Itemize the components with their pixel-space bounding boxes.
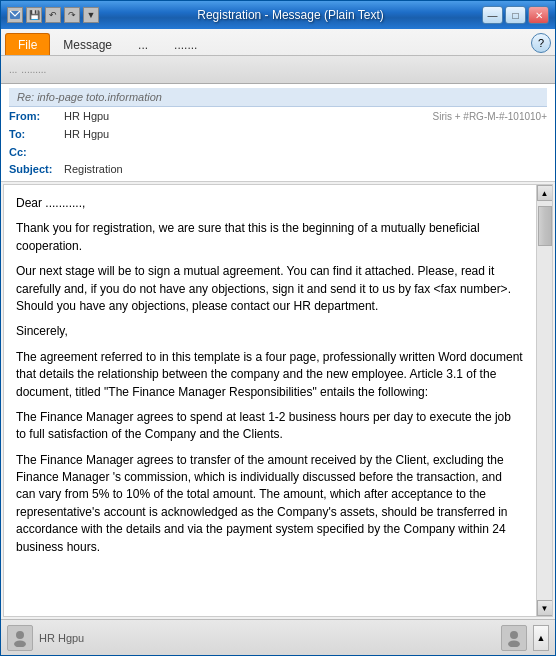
from-value: HR Hgpu — [64, 110, 433, 122]
toolbar-placeholder: ... — [9, 64, 17, 75]
email-header: Re: info-page toto.information From: HR … — [1, 84, 555, 182]
redo-icon[interactable]: ↷ — [64, 7, 80, 23]
maximize-button[interactable]: □ — [505, 6, 526, 24]
toolbar-group-left: ... ......... — [9, 64, 46, 75]
title-bar-icons: 💾 ↶ ↷ ▼ — [7, 7, 99, 23]
ribbon-toolbar: ... ......... — [1, 55, 555, 83]
tab-extra1[interactable]: ... — [125, 33, 161, 55]
body-para1: Thank you for registration, we are sure … — [16, 220, 524, 255]
expand-button[interactable]: ▲ — [533, 625, 549, 651]
svg-point-4 — [508, 640, 520, 647]
body-greeting: Dear ..........., — [16, 195, 524, 212]
to-value: HR Hgpu — [64, 128, 547, 140]
sender-avatar-left — [7, 625, 33, 651]
undo-icon[interactable]: ↶ — [45, 7, 61, 23]
tab-file[interactable]: File — [5, 33, 50, 55]
info-bar: Re: info-page toto.information — [9, 88, 547, 107]
svg-point-1 — [16, 631, 24, 639]
to-label: To: — [9, 128, 64, 140]
from-label: From: — [9, 110, 64, 122]
window-title: Registration - Message (Plain Text) — [103, 8, 478, 22]
email-body[interactable]: Dear ..........., Thank you for registra… — [4, 185, 536, 616]
ribbon-tabs: File Message ... ....... ? — [1, 29, 555, 55]
sender-name: HR Hgpu — [39, 632, 495, 644]
to-row: To: HR Hgpu — [9, 125, 547, 143]
close-button[interactable]: ✕ — [528, 6, 549, 24]
svg-point-3 — [510, 631, 518, 639]
window-controls: — □ ✕ — [482, 6, 549, 24]
title-bar: 💾 ↶ ↷ ▼ Registration - Message (Plain Te… — [1, 1, 555, 29]
body-para2: Our next stage will be to sign a mutual … — [16, 263, 524, 315]
minimize-button[interactable]: — — [482, 6, 503, 24]
status-bar: HR Hgpu ▲ — [1, 619, 555, 655]
ribbon: File Message ... ....... ? ... ......... — [1, 29, 555, 84]
scroll-thumb[interactable] — [538, 206, 552, 246]
email-window: 💾 ↶ ↷ ▼ Registration - Message (Plain Te… — [0, 0, 556, 656]
toolbar-more-icon[interactable]: ▼ — [83, 7, 99, 23]
subject-value: Registration — [64, 163, 547, 175]
scroll-up-button[interactable]: ▲ — [537, 185, 553, 201]
from-row: From: HR Hgpu Siris + #RG-M-#-101010+ — [9, 107, 547, 125]
svg-point-2 — [14, 640, 26, 647]
body-para6: The Finance Manager agrees to transfer o… — [16, 452, 524, 556]
tab-message[interactable]: Message — [50, 33, 125, 55]
save-icon[interactable]: 💾 — [26, 7, 42, 23]
scroll-track[interactable] — [537, 201, 552, 600]
tab-extra2[interactable]: ....... — [161, 33, 210, 55]
body-para3: Sincerely, — [16, 323, 524, 340]
cc-row: Cc: — [9, 143, 547, 161]
body-para5: The Finance Manager agrees to spend at l… — [16, 409, 524, 444]
subject-label: Subject: — [9, 163, 64, 175]
help-button[interactable]: ? — [531, 33, 551, 53]
toolbar-placeholder2: ......... — [21, 64, 46, 75]
email-body-container: Dear ..........., Thank you for registra… — [3, 184, 553, 617]
scroll-down-button[interactable]: ▼ — [537, 600, 553, 616]
subject-row: Subject: Registration — [9, 161, 547, 177]
body-para4: The agreement referred to in this templa… — [16, 349, 524, 401]
cc-label: Cc: — [9, 146, 64, 158]
app-icon — [7, 7, 23, 23]
recipient-avatar-right — [501, 625, 527, 651]
from-extra: Siris + #RG-M-#-101010+ — [433, 111, 548, 122]
scrollbar: ▲ ▼ — [536, 185, 552, 616]
